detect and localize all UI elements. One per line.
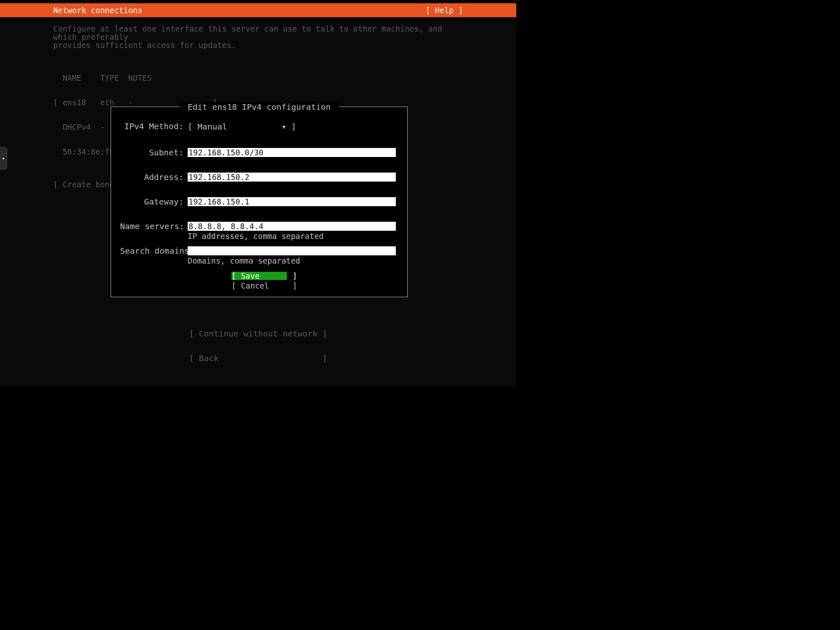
ipv4-method-label: IPv4 Method: [120, 122, 188, 131]
back-button[interactable]: [ Back ] [0, 354, 516, 362]
save-button[interactable]: [ Save ] [232, 272, 287, 280]
search-domains-hint: Domains, comma separated [188, 256, 398, 265]
gateway-input[interactable] [188, 197, 396, 206]
cancel-button[interactable]: [ Cancel ] [232, 282, 287, 290]
search-domains-label: Search domains: [120, 246, 188, 255]
chevron-right-icon: ▸ [2, 155, 5, 161]
address-input[interactable] [188, 173, 396, 182]
subnet-label: Subnet: [120, 148, 188, 157]
footer-actions: [ Continue without network ] [ Back ] [0, 313, 516, 379]
intro-line: Configure at least one interface this se… [53, 25, 463, 41]
edit-ipv4-dialog: Edit ens18 IPv4 configuration IPv4 Metho… [111, 107, 408, 297]
gateway-label: Gateway: [120, 197, 188, 206]
address-label: Address: [120, 173, 188, 182]
iface-header: NAME TYPE NOTES [53, 74, 516, 82]
ipv4-method-select[interactable]: [ Manual ▾ ] [188, 122, 296, 132]
side-expand-tab[interactable]: ▸ [0, 147, 7, 170]
name-servers-hint: IP addresses, comma separated [188, 232, 398, 241]
intro-text: Configure at least one interface this se… [53, 25, 463, 49]
intro-line: provides sufficient access for updates. [53, 41, 463, 49]
name-servers-input[interactable] [188, 222, 396, 231]
continue-without-network-button[interactable]: [ Continue without network ] [0, 330, 516, 338]
page-title: Network connections [53, 3, 142, 17]
help-button[interactable]: [ Help ] [425, 3, 508, 17]
header-bar: Network connections [ Help ] [0, 3, 516, 17]
name-servers-label: Name servers: [120, 222, 188, 231]
subnet-input[interactable] [188, 148, 396, 157]
dialog-title: Edit ens18 IPv4 configuration [179, 102, 339, 112]
search-domains-input[interactable] [188, 246, 396, 255]
